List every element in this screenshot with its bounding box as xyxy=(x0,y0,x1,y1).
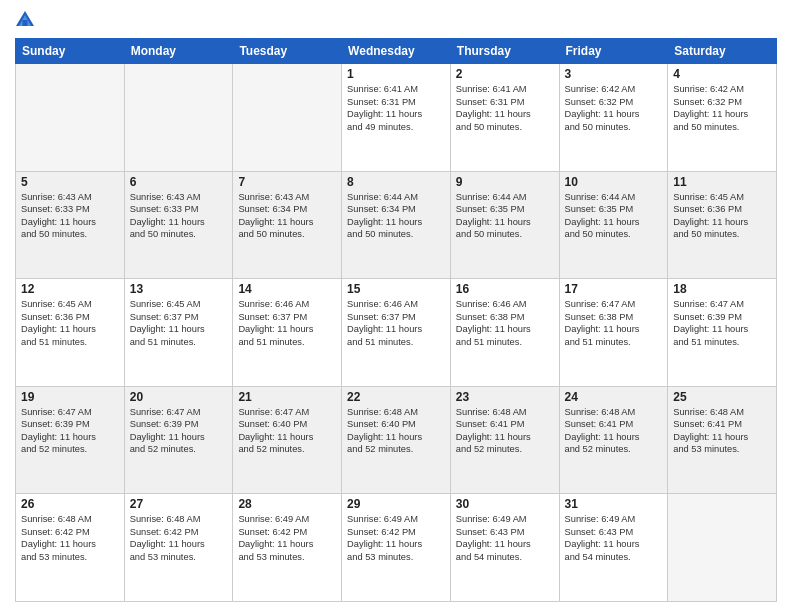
day-info: Sunrise: 6:47 AMSunset: 6:39 PMDaylight:… xyxy=(130,406,228,456)
day-info: Sunrise: 6:48 AMSunset: 6:42 PMDaylight:… xyxy=(21,513,119,563)
day-number: 14 xyxy=(238,282,336,296)
day-info: Sunrise: 6:43 AMSunset: 6:33 PMDaylight:… xyxy=(21,191,119,241)
calendar-cell: 12Sunrise: 6:45 AMSunset: 6:36 PMDayligh… xyxy=(16,279,125,387)
col-header-tuesday: Tuesday xyxy=(233,39,342,64)
calendar-cell: 25Sunrise: 6:48 AMSunset: 6:41 PMDayligh… xyxy=(668,386,777,494)
calendar-cell xyxy=(124,64,233,172)
day-info: Sunrise: 6:45 AMSunset: 6:36 PMDaylight:… xyxy=(21,298,119,348)
day-info: Sunrise: 6:44 AMSunset: 6:34 PMDaylight:… xyxy=(347,191,445,241)
header xyxy=(15,10,777,30)
day-info: Sunrise: 6:49 AMSunset: 6:43 PMDaylight:… xyxy=(456,513,554,563)
calendar-cell: 2Sunrise: 6:41 AMSunset: 6:31 PMDaylight… xyxy=(450,64,559,172)
day-info: Sunrise: 6:45 AMSunset: 6:36 PMDaylight:… xyxy=(673,191,771,241)
calendar-cell: 21Sunrise: 6:47 AMSunset: 6:40 PMDayligh… xyxy=(233,386,342,494)
day-number: 28 xyxy=(238,497,336,511)
day-number: 21 xyxy=(238,390,336,404)
calendar-cell xyxy=(668,494,777,602)
day-info: Sunrise: 6:43 AMSunset: 6:34 PMDaylight:… xyxy=(238,191,336,241)
day-info: Sunrise: 6:46 AMSunset: 6:38 PMDaylight:… xyxy=(456,298,554,348)
day-info: Sunrise: 6:45 AMSunset: 6:37 PMDaylight:… xyxy=(130,298,228,348)
calendar-cell: 16Sunrise: 6:46 AMSunset: 6:38 PMDayligh… xyxy=(450,279,559,387)
calendar-cell: 28Sunrise: 6:49 AMSunset: 6:42 PMDayligh… xyxy=(233,494,342,602)
day-info: Sunrise: 6:48 AMSunset: 6:41 PMDaylight:… xyxy=(456,406,554,456)
day-number: 5 xyxy=(21,175,119,189)
calendar-cell: 15Sunrise: 6:46 AMSunset: 6:37 PMDayligh… xyxy=(342,279,451,387)
day-number: 1 xyxy=(347,67,445,81)
calendar-cell: 13Sunrise: 6:45 AMSunset: 6:37 PMDayligh… xyxy=(124,279,233,387)
col-header-wednesday: Wednesday xyxy=(342,39,451,64)
day-number: 19 xyxy=(21,390,119,404)
col-header-monday: Monday xyxy=(124,39,233,64)
day-info: Sunrise: 6:42 AMSunset: 6:32 PMDaylight:… xyxy=(673,83,771,133)
calendar-cell: 5Sunrise: 6:43 AMSunset: 6:33 PMDaylight… xyxy=(16,171,125,279)
day-number: 16 xyxy=(456,282,554,296)
day-info: Sunrise: 6:48 AMSunset: 6:40 PMDaylight:… xyxy=(347,406,445,456)
calendar-cell: 17Sunrise: 6:47 AMSunset: 6:38 PMDayligh… xyxy=(559,279,668,387)
day-number: 31 xyxy=(565,497,663,511)
day-number: 8 xyxy=(347,175,445,189)
day-number: 27 xyxy=(130,497,228,511)
calendar-cell: 23Sunrise: 6:48 AMSunset: 6:41 PMDayligh… xyxy=(450,386,559,494)
calendar-cell: 29Sunrise: 6:49 AMSunset: 6:42 PMDayligh… xyxy=(342,494,451,602)
day-number: 25 xyxy=(673,390,771,404)
day-number: 3 xyxy=(565,67,663,81)
calendar-cell: 1Sunrise: 6:41 AMSunset: 6:31 PMDaylight… xyxy=(342,64,451,172)
day-number: 17 xyxy=(565,282,663,296)
day-info: Sunrise: 6:46 AMSunset: 6:37 PMDaylight:… xyxy=(238,298,336,348)
day-number: 18 xyxy=(673,282,771,296)
day-info: Sunrise: 6:42 AMSunset: 6:32 PMDaylight:… xyxy=(565,83,663,133)
page: SundayMondayTuesdayWednesdayThursdayFrid… xyxy=(0,0,792,612)
day-number: 23 xyxy=(456,390,554,404)
day-number: 20 xyxy=(130,390,228,404)
col-header-sunday: Sunday xyxy=(16,39,125,64)
col-header-thursday: Thursday xyxy=(450,39,559,64)
calendar-cell: 18Sunrise: 6:47 AMSunset: 6:39 PMDayligh… xyxy=(668,279,777,387)
day-info: Sunrise: 6:48 AMSunset: 6:41 PMDaylight:… xyxy=(673,406,771,456)
day-number: 11 xyxy=(673,175,771,189)
calendar-cell: 8Sunrise: 6:44 AMSunset: 6:34 PMDaylight… xyxy=(342,171,451,279)
calendar-cell: 20Sunrise: 6:47 AMSunset: 6:39 PMDayligh… xyxy=(124,386,233,494)
day-info: Sunrise: 6:47 AMSunset: 6:39 PMDaylight:… xyxy=(673,298,771,348)
day-info: Sunrise: 6:43 AMSunset: 6:33 PMDaylight:… xyxy=(130,191,228,241)
calendar-cell: 7Sunrise: 6:43 AMSunset: 6:34 PMDaylight… xyxy=(233,171,342,279)
logo xyxy=(15,10,39,30)
day-number: 12 xyxy=(21,282,119,296)
day-info: Sunrise: 6:48 AMSunset: 6:42 PMDaylight:… xyxy=(130,513,228,563)
col-header-friday: Friday xyxy=(559,39,668,64)
calendar-cell xyxy=(233,64,342,172)
day-number: 2 xyxy=(456,67,554,81)
day-number: 30 xyxy=(456,497,554,511)
calendar-cell: 14Sunrise: 6:46 AMSunset: 6:37 PMDayligh… xyxy=(233,279,342,387)
day-number: 13 xyxy=(130,282,228,296)
day-info: Sunrise: 6:47 AMSunset: 6:38 PMDaylight:… xyxy=(565,298,663,348)
calendar-cell: 10Sunrise: 6:44 AMSunset: 6:35 PMDayligh… xyxy=(559,171,668,279)
day-number: 26 xyxy=(21,497,119,511)
calendar-cell: 19Sunrise: 6:47 AMSunset: 6:39 PMDayligh… xyxy=(16,386,125,494)
day-number: 10 xyxy=(565,175,663,189)
calendar-header-row: SundayMondayTuesdayWednesdayThursdayFrid… xyxy=(16,39,777,64)
day-info: Sunrise: 6:49 AMSunset: 6:42 PMDaylight:… xyxy=(347,513,445,563)
day-info: Sunrise: 6:49 AMSunset: 6:42 PMDaylight:… xyxy=(238,513,336,563)
day-number: 6 xyxy=(130,175,228,189)
calendar-week-row: 1Sunrise: 6:41 AMSunset: 6:31 PMDaylight… xyxy=(16,64,777,172)
day-number: 24 xyxy=(565,390,663,404)
calendar-cell: 11Sunrise: 6:45 AMSunset: 6:36 PMDayligh… xyxy=(668,171,777,279)
day-info: Sunrise: 6:48 AMSunset: 6:41 PMDaylight:… xyxy=(565,406,663,456)
day-info: Sunrise: 6:44 AMSunset: 6:35 PMDaylight:… xyxy=(565,191,663,241)
calendar-table: SundayMondayTuesdayWednesdayThursdayFrid… xyxy=(15,38,777,602)
col-header-saturday: Saturday xyxy=(668,39,777,64)
calendar-cell: 30Sunrise: 6:49 AMSunset: 6:43 PMDayligh… xyxy=(450,494,559,602)
day-info: Sunrise: 6:44 AMSunset: 6:35 PMDaylight:… xyxy=(456,191,554,241)
calendar-cell: 4Sunrise: 6:42 AMSunset: 6:32 PMDaylight… xyxy=(668,64,777,172)
day-number: 9 xyxy=(456,175,554,189)
day-info: Sunrise: 6:47 AMSunset: 6:40 PMDaylight:… xyxy=(238,406,336,456)
day-number: 7 xyxy=(238,175,336,189)
calendar-cell: 31Sunrise: 6:49 AMSunset: 6:43 PMDayligh… xyxy=(559,494,668,602)
day-number: 15 xyxy=(347,282,445,296)
svg-rect-2 xyxy=(23,20,28,26)
calendar-cell: 22Sunrise: 6:48 AMSunset: 6:40 PMDayligh… xyxy=(342,386,451,494)
day-info: Sunrise: 6:47 AMSunset: 6:39 PMDaylight:… xyxy=(21,406,119,456)
day-number: 4 xyxy=(673,67,771,81)
calendar-cell: 26Sunrise: 6:48 AMSunset: 6:42 PMDayligh… xyxy=(16,494,125,602)
day-info: Sunrise: 6:41 AMSunset: 6:31 PMDaylight:… xyxy=(347,83,445,133)
